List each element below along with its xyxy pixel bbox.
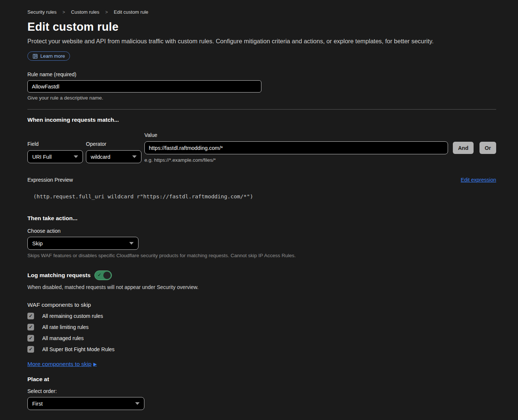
checkbox-super-bot-fight-mode[interactable]: ✓: [27, 346, 34, 353]
checkbox-label: All rate limiting rules: [42, 324, 88, 330]
waf-skip-row: ✓ All remaining custom rules: [27, 312, 496, 319]
log-matching-toggle[interactable]: ✓: [94, 271, 112, 280]
operator-select-value: wildcard: [91, 154, 110, 160]
book-icon: [33, 54, 38, 59]
order-select-value: First: [32, 401, 43, 407]
waf-skip-row: ✓ All Super Bot Fight Mode Rules: [27, 346, 496, 353]
chevron-down-icon: [129, 242, 134, 245]
waf-skip-heading: WAF components to skip: [27, 302, 496, 308]
breadcrumb-custom-rules[interactable]: Custom rules: [71, 9, 100, 15]
chevron-down-icon: [135, 402, 140, 405]
action-helper: Skips WAF features or disables specific …: [27, 253, 496, 258]
rule-name-helper: Give your rule a descriptive name.: [27, 95, 496, 101]
checkbox-rate-limiting-rules[interactable]: ✓: [27, 324, 34, 330]
arrow-right-icon: ▶: [93, 362, 97, 367]
breadcrumb-separator-icon: >: [63, 10, 65, 15]
breadcrumb: Security rules > Custom rules > Edit cus…: [27, 9, 496, 15]
value-helper: e.g. https://*.example.com/files/*: [144, 157, 448, 163]
waf-skip-row: ✓ All rate limiting rules: [27, 323, 496, 330]
breadcrumb-separator-icon: >: [105, 10, 108, 15]
chevron-down-icon: [132, 155, 137, 158]
action-select-value: Skip: [32, 241, 43, 246]
rule-name-input[interactable]: [27, 80, 261, 93]
edit-custom-rule-page: Security rules > Custom rules > Edit cus…: [0, 0, 518, 420]
choose-action-label: Choose action: [27, 228, 496, 234]
more-components-link[interactable]: More components to skip ▶: [27, 361, 97, 367]
chevron-down-icon: [74, 155, 78, 158]
match-row: Field URI Full Operator wildcard Value e…: [27, 132, 496, 163]
check-icon: ✓: [29, 313, 33, 318]
learn-more-label: Learn more: [40, 53, 65, 59]
log-matching-helper: When disabled, matched requests will not…: [27, 284, 496, 290]
checkbox-label: All managed rules: [42, 335, 84, 341]
and-button[interactable]: And: [453, 142, 474, 154]
field-select[interactable]: URI Full: [27, 150, 83, 163]
operator-label: Operator: [86, 141, 141, 147]
action-select[interactable]: Skip: [27, 237, 138, 250]
select-order-label: Select order:: [27, 388, 496, 394]
checkbox-label: All remaining custom rules: [42, 313, 103, 319]
check-icon: ✓: [29, 336, 33, 340]
toggle-knob: [103, 272, 111, 279]
log-matching-label: Log matching requests: [27, 272, 91, 279]
page-description: Protect your website and API from malici…: [27, 38, 496, 45]
learn-more-button[interactable]: Learn more: [27, 51, 70, 61]
action-section-heading: Then take action...: [27, 215, 496, 222]
checkbox-managed-rules[interactable]: ✓: [27, 335, 34, 342]
or-button[interactable]: Or: [479, 142, 496, 154]
value-input[interactable]: [144, 141, 448, 154]
field-label: Field: [27, 141, 83, 147]
edit-expression-link[interactable]: Edit expression: [461, 177, 496, 183]
match-section-heading: When incoming requests match...: [27, 117, 496, 123]
check-icon: ✓: [29, 325, 33, 329]
check-icon: ✓: [98, 272, 101, 278]
place-at-heading: Place at: [27, 376, 496, 383]
breadcrumb-security-rules[interactable]: Security rules: [27, 9, 57, 15]
checkbox-remaining-custom-rules[interactable]: ✓: [27, 313, 34, 319]
log-matching-row: Log matching requests ✓: [27, 271, 496, 280]
field-select-value: URI Full: [32, 154, 51, 160]
checkbox-label: All Super Bot Fight Mode Rules: [42, 346, 114, 352]
page-title: Edit custom rule: [27, 20, 496, 34]
more-components-label: More components to skip: [27, 361, 91, 367]
section-divider: [27, 109, 496, 110]
expression-preview-label: Expression Preview: [27, 177, 73, 183]
rule-name-label: Rule name (required): [27, 71, 76, 77]
expression-code: (http.request.full_uri wildcard r"https:…: [27, 194, 496, 199]
breadcrumb-edit-custom-rule: Edit custom rule: [114, 9, 148, 15]
operator-select[interactable]: wildcard: [86, 150, 141, 163]
check-icon: ✓: [29, 347, 33, 352]
waf-skip-row: ✓ All managed rules: [27, 335, 496, 342]
order-select[interactable]: First: [27, 397, 144, 410]
expression-preview-header: Expression Preview Edit expression: [27, 177, 496, 183]
rule-name-section: Rule name (required) Give your rule a de…: [27, 71, 496, 101]
value-label: Value: [144, 132, 448, 138]
